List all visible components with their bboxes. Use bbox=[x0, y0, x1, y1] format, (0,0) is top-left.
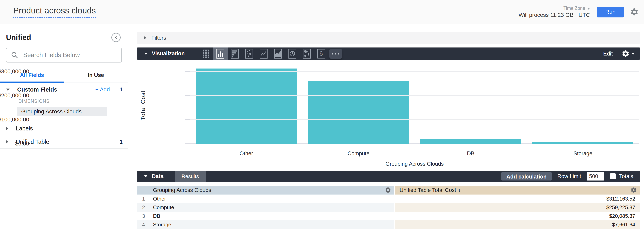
dimension-cell[interactable]: Compute bbox=[148, 203, 394, 212]
viz-type-column[interactable] bbox=[213, 48, 228, 60]
main-content: Filters Visualization bbox=[128, 24, 644, 232]
gridline bbox=[190, 120, 639, 120]
caret-right-icon bbox=[6, 140, 8, 144]
timezone-selector-label: Time Zone bbox=[564, 6, 585, 11]
field-grouping-across-clouds[interactable]: Grouping Across Clouds bbox=[17, 107, 107, 117]
page-title[interactable]: Product across clouds bbox=[13, 6, 96, 18]
explore-page: Product across clouds Time Zone Will pro… bbox=[0, 0, 644, 232]
column-header-grouping-across-clouds[interactable]: Grouping Across Clouds bbox=[148, 186, 394, 194]
section-custom-fields: Custom Fields + Add 1 DIMENSIONS Groupin… bbox=[0, 83, 128, 122]
measure-cell[interactable]: $7,661.64 bbox=[395, 220, 640, 229]
query-info: Time Zone Will process 11.23 GB · UTC bbox=[518, 6, 590, 18]
caret-right-icon bbox=[6, 127, 8, 130]
bar-chart-icon bbox=[230, 49, 240, 59]
viz-type-area[interactable] bbox=[271, 48, 285, 60]
viz-settings-gear-icon[interactable] bbox=[622, 50, 630, 58]
viz-type-bar[interactable] bbox=[228, 48, 242, 60]
data-bar-actions: Add calculation Row Limit Totals bbox=[501, 171, 640, 182]
bar-slot bbox=[527, 67, 639, 144]
tab-all-fields[interactable]: All Fields bbox=[0, 69, 64, 83]
section-label: Unified Table bbox=[16, 139, 49, 145]
column-header-total-cost[interactable]: Unified Table Total Cost ↓ bbox=[395, 186, 640, 194]
bar-db[interactable] bbox=[420, 139, 521, 144]
collapse-sidebar-button[interactable] bbox=[112, 33, 120, 42]
bar-slot bbox=[190, 67, 302, 144]
explore-settings-gear-icon[interactable] bbox=[630, 8, 639, 17]
chevron-down-icon bbox=[587, 8, 590, 10]
visualization-label: Visualization bbox=[152, 51, 185, 57]
viz-type-scatter[interactable] bbox=[242, 48, 256, 60]
dimension-cell[interactable]: Storage bbox=[148, 220, 394, 229]
section-label: Custom Fields bbox=[17, 86, 57, 93]
add-custom-field-button[interactable]: + Add bbox=[96, 86, 110, 93]
top-bar: Product across clouds Time Zone Will pro… bbox=[0, 0, 644, 24]
dimension-cell[interactable]: DB bbox=[148, 212, 394, 220]
pie-chart-icon bbox=[288, 49, 297, 59]
row-limit-input[interactable] bbox=[586, 172, 604, 180]
gridline bbox=[190, 71, 639, 72]
bar-slot bbox=[414, 67, 527, 144]
row-number-header bbox=[137, 186, 148, 194]
x-axis-category-labels: OtherComputeDBStorage bbox=[190, 151, 639, 157]
section-unified-table: Unified Table 1 bbox=[0, 135, 128, 149]
y-axis-title: Total Cost bbox=[139, 67, 147, 144]
filters-label: Filters bbox=[152, 35, 166, 41]
process-info: Will process 11.23 GB · UTC bbox=[518, 12, 590, 18]
viz-type-more[interactable] bbox=[328, 48, 343, 60]
caret-right-icon bbox=[144, 36, 146, 40]
field-picker-sidebar: Unified All Fields In Use Custom Fields bbox=[0, 24, 128, 232]
results-table: Grouping Across Clouds Unified Table Tot… bbox=[137, 186, 640, 229]
caret-down-icon[interactable] bbox=[632, 53, 635, 55]
table-row: 4Storage$7,661.64 bbox=[137, 220, 640, 229]
column-settings-gear-icon[interactable] bbox=[385, 187, 391, 193]
tab-results[interactable]: Results bbox=[175, 171, 206, 182]
column-settings-gear-icon[interactable] bbox=[630, 187, 637, 193]
viz-type-map[interactable] bbox=[300, 48, 314, 60]
add-calculation-button[interactable]: Add calculation bbox=[501, 172, 552, 180]
plot-area bbox=[190, 67, 639, 144]
edit-viz-button[interactable]: Edit bbox=[603, 51, 613, 57]
view-title: Unified bbox=[6, 33, 31, 42]
row-number: 4 bbox=[137, 220, 148, 229]
table-chart-icon bbox=[202, 49, 210, 59]
timezone-selector[interactable]: Time Zone bbox=[564, 6, 590, 11]
section-labels-header[interactable]: Labels bbox=[0, 122, 128, 135]
measure-cell[interactable]: $259,225.87 bbox=[395, 203, 640, 212]
column-chart-icon bbox=[216, 49, 225, 59]
viz-type-single-value[interactable]: 6 bbox=[314, 48, 328, 60]
more-options-icon bbox=[330, 49, 342, 59]
viz-type-pie[interactable] bbox=[285, 48, 300, 60]
section-custom-fields-header[interactable]: Custom Fields + Add 1 bbox=[0, 83, 128, 96]
bar-slot bbox=[302, 67, 414, 144]
tab-in-use[interactable]: In Use bbox=[64, 69, 128, 83]
run-button[interactable]: Run bbox=[597, 7, 624, 18]
caret-down-icon bbox=[144, 175, 148, 177]
dimension-cell[interactable]: Other bbox=[148, 194, 394, 203]
bars-container bbox=[190, 67, 639, 144]
measure-cell[interactable]: $312,163.52 bbox=[395, 194, 640, 203]
single-value-icon: 6 bbox=[317, 49, 325, 58]
visualization-bar: Visualization bbox=[137, 48, 640, 60]
totals-control: Totals bbox=[610, 173, 633, 179]
totals-checkbox[interactable] bbox=[610, 173, 616, 179]
table-row: 3DB$20,085.37 bbox=[137, 212, 640, 220]
section-unified-table-header[interactable]: Unified Table 1 bbox=[0, 135, 128, 149]
bar-other[interactable] bbox=[196, 68, 297, 144]
filters-bar[interactable]: Filters bbox=[137, 32, 640, 44]
data-bar-toggle[interactable]: Data bbox=[137, 171, 164, 182]
visualization-bar-toggle[interactable]: Visualization bbox=[137, 48, 185, 60]
viz-type-table[interactable] bbox=[199, 48, 213, 60]
search-icon bbox=[11, 51, 18, 59]
caret-down-icon bbox=[6, 88, 10, 91]
row-number: 1 bbox=[137, 194, 148, 203]
viz-bar-actions: Edit bbox=[603, 48, 640, 60]
viz-type-line[interactable] bbox=[256, 48, 271, 60]
bar-storage[interactable] bbox=[532, 142, 634, 144]
y-tick-mark bbox=[184, 144, 190, 144]
bar-compute[interactable] bbox=[308, 81, 409, 144]
section-label: Labels bbox=[16, 125, 33, 132]
measure-cell[interactable]: $20,085.37 bbox=[395, 212, 640, 220]
search-input[interactable] bbox=[23, 52, 117, 59]
x-category-label: Storage bbox=[527, 151, 639, 157]
table-header-row: Grouping Across Clouds Unified Table Tot… bbox=[137, 186, 640, 194]
